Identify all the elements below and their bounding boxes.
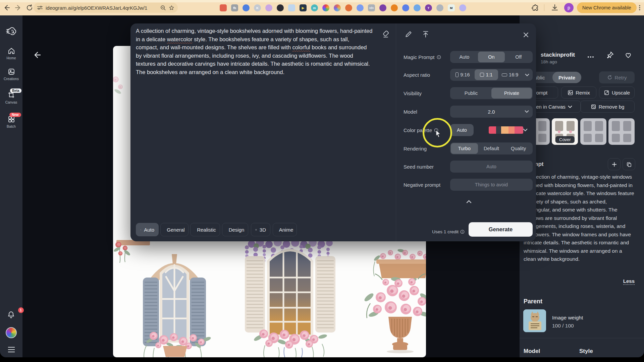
aspect-9-16[interactable]: 9:16 — [451, 69, 475, 80]
rendering-turbo[interactable]: Turbo — [451, 143, 478, 154]
chevron-down-icon — [525, 110, 529, 113]
sidebar-item-canvas[interactable]: Beta Canvas — [0, 91, 22, 104]
donut-multicolor-extension-icon[interactable] — [334, 4, 341, 11]
t-purple-extension-icon[interactable]: T — [425, 4, 432, 11]
browser-forward-button[interactable] — [14, 4, 22, 12]
purple-eye-extension-icon[interactable] — [379, 4, 386, 11]
username: stackinprofit — [541, 52, 575, 58]
hamburger-icon — [7, 347, 15, 353]
extension-icons: fbK▶m</>TM — [220, 2, 466, 13]
code-gray-extension-icon[interactable]: </> — [368, 4, 375, 11]
color-wheel-extension-icon[interactable] — [322, 4, 329, 11]
k-circle-extension-icon[interactable]: K — [254, 4, 261, 11]
rendering-default[interactable]: Default — [478, 143, 505, 154]
url-bar[interactable]: ideogram.ai/g/elp6OEXWRASJarL4qrKGJw/1 — [34, 3, 178, 13]
style-design-button[interactable]: Design — [222, 223, 248, 236]
edit-pencil-icon[interactable] — [405, 30, 413, 38]
negative-prompt-input[interactable] — [450, 179, 533, 191]
retry-button[interactable]: Retry — [599, 71, 635, 83]
purple-pen-extension-icon[interactable] — [265, 4, 272, 11]
gray-bars-extension-icon[interactable] — [436, 4, 443, 11]
orange-pen-extension-icon[interactable] — [345, 4, 352, 11]
sidebar-item-home[interactable]: Home — [0, 47, 22, 60]
color-palette-swatches[interactable] — [489, 126, 523, 134]
color-palette-auto-button[interactable]: Auto — [450, 124, 474, 136]
blue-bird-extension-icon[interactable] — [414, 4, 421, 11]
generate-button[interactable]: Generate — [469, 222, 533, 237]
browser-profile-avatar[interactable]: p — [564, 3, 574, 12]
magic-prompt-auto[interactable]: Auto — [451, 52, 478, 62]
footer-model-label: Model — [524, 348, 540, 355]
ideogram-logo[interactable] — [0, 26, 22, 37]
model-label: Model — [404, 106, 449, 118]
pin-icon[interactable] — [606, 51, 614, 59]
blue-chevrons-extension-icon[interactable] — [402, 4, 409, 11]
parent-image-thumbnail[interactable] — [523, 309, 546, 332]
new-badge: New — [9, 113, 21, 117]
m-teal-extension-icon[interactable]: m — [311, 4, 318, 11]
generation-thumbnail-3[interactable] — [580, 118, 606, 145]
model-dropdown[interactable]: 2.0 — [450, 106, 533, 118]
remove-bg-button[interactable]: Remove bg — [580, 101, 635, 113]
back-arrow-button[interactable] — [32, 50, 42, 60]
sidebar-profile-avatar[interactable] — [6, 327, 17, 338]
new-chrome-available-button[interactable]: New Chrome available — [577, 2, 637, 13]
close-icon[interactable] — [522, 31, 530, 39]
bookmark-star-icon[interactable] — [169, 5, 174, 11]
magic-prompt-on[interactable]: On — [478, 52, 505, 62]
style-realistic-button[interactable]: Realistic — [190, 223, 220, 236]
browser-menu-icon[interactable] — [637, 4, 643, 12]
sidebar-item-batch[interactable]: New Batch — [0, 115, 22, 128]
video-play-extension-icon[interactable]: ▶ — [300, 4, 307, 11]
chevron-down-icon — [523, 128, 528, 131]
add-prompt-button[interactable] — [608, 158, 621, 170]
less-link[interactable]: Less — [623, 278, 635, 285]
more-options-icon[interactable] — [587, 53, 595, 61]
visibility-public[interactable]: Public — [451, 88, 491, 99]
style-auto-button[interactable]: Auto — [136, 223, 159, 236]
copy-prompt-button[interactable] — [623, 158, 635, 170]
style-general-button[interactable]: General — [160, 223, 189, 236]
downloads-icon[interactable] — [551, 4, 559, 12]
browser-back-button[interactable] — [3, 4, 11, 12]
remove-bg-icon — [591, 104, 596, 110]
magic-prompt-label: Magic Prompt — [404, 51, 449, 63]
eraser-icon[interactable] — [382, 30, 390, 38]
ghost-lavender-extension-icon[interactable] — [459, 4, 466, 11]
hamburger-menu[interactable] — [0, 347, 22, 353]
fb-gray-extension-icon[interactable]: fb — [231, 4, 238, 11]
sidebar-item-creations[interactable]: Creations — [0, 68, 22, 81]
like-heart-icon[interactable] — [624, 51, 632, 59]
blue-camera-extension-icon[interactable] — [243, 4, 250, 11]
aspect-1-1[interactable]: 1:1 — [475, 69, 498, 80]
notifications-bell[interactable]: 1 — [0, 310, 22, 319]
style-3d-button[interactable]: 3D — [251, 223, 270, 236]
m-badge-extension-icon[interactable]: M — [448, 4, 455, 11]
generation-thumbnail-4[interactable] — [608, 118, 635, 145]
link-blue-extension-icon[interactable] — [357, 4, 364, 11]
extensions-puzzle-icon[interactable] — [531, 4, 539, 12]
magic-prompt-off[interactable]: Off — [505, 52, 532, 62]
detail-prompt-text: A collection of charming, vintage-style … — [524, 173, 635, 263]
creations-icon — [7, 68, 15, 76]
rendering-quality[interactable]: Quality — [505, 143, 532, 154]
remix-button[interactable]: Remix — [561, 86, 596, 99]
seed-number-input[interactable] — [450, 161, 533, 173]
aspect-ratio-expand[interactable] — [522, 69, 532, 80]
zoom-out-icon[interactable] — [160, 5, 166, 11]
photo-frame-extension-icon[interactable] — [288, 4, 295, 11]
collapse-settings-chevron[interactable] — [466, 200, 472, 203]
style-anime-button[interactable]: Anime — [273, 223, 297, 236]
aspect-16-9[interactable]: 16:9 — [498, 69, 522, 80]
upload-image-icon[interactable] — [422, 30, 430, 38]
upscale-button[interactable]: Upscale — [599, 86, 635, 99]
prompt-text[interactable]: A collection of charming, vintage-style … — [136, 27, 373, 76]
eyedropper-extension-icon[interactable] — [277, 4, 284, 11]
visibility-private-option[interactable]: Private — [552, 72, 581, 83]
browser-reload-button[interactable] — [25, 4, 34, 12]
info-icon — [460, 230, 465, 234]
visibility-private[interactable]: Private — [491, 88, 532, 99]
todoist-extension-icon[interactable] — [220, 4, 227, 11]
metamask-fox-extension-icon[interactable] — [391, 4, 398, 11]
color-palette-expand[interactable] — [523, 128, 528, 131]
